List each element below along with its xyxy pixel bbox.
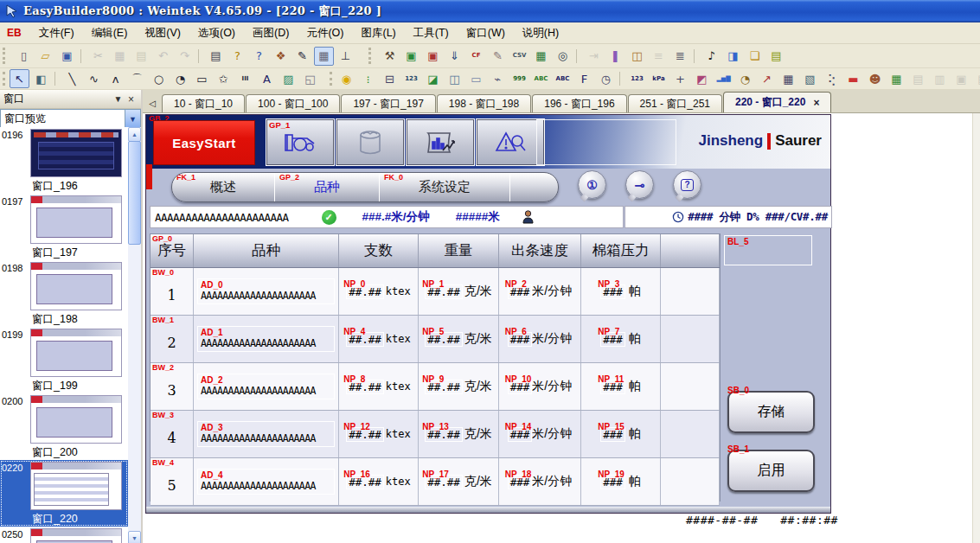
toolbar-icon[interactable]: A [257, 69, 277, 88]
toolbar-icon[interactable]: ▯ [14, 47, 34, 66]
toolbar-icon[interactable]: ≣ [670, 47, 690, 66]
page-tab-variety[interactable]: GP_2 品种 [275, 173, 380, 201]
cell-variety[interactable]: AD_1 AAAAAAAAAAAAAAAAAAAAA [194, 316, 339, 362]
table-row[interactable]: BW_2 3 AD_2 AAAAAAAAAAAAAAAAAAAAA [151, 363, 720, 411]
nav-machine-button[interactable]: GP_1 [266, 119, 334, 165]
window-thumbnail[interactable] [30, 462, 122, 510]
menu-item[interactable]: 窗口(W) [458, 24, 514, 42]
toolbar-icon[interactable]: ◱ [300, 69, 320, 88]
toolbar-icon[interactable]: ABC [553, 69, 573, 88]
scroll-up-icon[interactable]: ▲ [128, 127, 141, 142]
toolbar-icon[interactable]: ○ [149, 69, 169, 88]
scroll-down-icon[interactable]: ▼ [128, 531, 141, 543]
toolbar-icon[interactable] [694, 49, 698, 63]
toolbar-icon[interactable]: ABC [531, 69, 551, 88]
toolbar-icon[interactable]: ❖ [271, 47, 291, 66]
cell-variety[interactable]: AD_2 AAAAAAAAAAAAAAAAAAAAA [194, 363, 339, 410]
toolbar-icon[interactable]: ▦ [531, 47, 551, 66]
cell-pressure[interactable]: NP_3### 帕 [581, 268, 661, 315]
toolbar-icon[interactable]: ◔ [170, 69, 190, 88]
toolbar-grip[interactable] [330, 72, 332, 86]
cell-speed[interactable]: NP_2### 米/分钟 [499, 268, 581, 315]
cell-count[interactable]: NP_16##.## ktex [339, 458, 419, 505]
toolbar-icon[interactable]: ☻ [865, 69, 885, 88]
window-preview-item[interactable]: 0200 窗口_200 [0, 393, 128, 460]
toolbar-grip[interactable] [368, 48, 375, 64]
table-row[interactable]: BW_4 5 AD_4 AAAAAAAAAAAAAAAAAAAAA [151, 458, 720, 506]
toolbar-icon[interactable]: ↖ [10, 69, 29, 88]
cell-speed[interactable]: NP_18### 米/分钟 [499, 458, 581, 505]
toolbar-icon[interactable]: ∿ [84, 69, 104, 88]
toolbar-icon[interactable]: ⇥ [584, 47, 604, 66]
design-canvas[interactable]: GB_2 EasyStart GP_1 [143, 113, 980, 543]
cell-speed[interactable]: NP_14### 米/分钟 [499, 411, 581, 457]
toolbar-icon[interactable]: ▭ [192, 69, 212, 88]
toolbar-icon[interactable]: F [574, 69, 594, 88]
toolbar-icon[interactable]: ▤ [973, 69, 980, 88]
menu-item[interactable]: 元件(O) [298, 24, 352, 42]
menu-item[interactable]: 选项(O) [189, 24, 244, 42]
window-preview-item[interactable]: 0220 窗口_220 [0, 460, 128, 527]
toolbar-icon[interactable]: ▭ [466, 69, 486, 88]
toolbar-icon[interactable] [619, 72, 624, 86]
help-button[interactable]: ? [673, 170, 701, 199]
toolbar-icon[interactable]: ▤ [131, 47, 151, 66]
window-tab[interactable]: 198 - 窗口_198 × [437, 94, 531, 112]
window-tab[interactable]: 220 - 窗口_220 × [723, 92, 831, 112]
toolbar-icon[interactable]: ✎ [292, 47, 312, 66]
cell-speed[interactable]: NP_10### 米/分钟 [499, 363, 581, 410]
toolbar-icon[interactable]: 123 [627, 69, 647, 88]
table-row[interactable]: BW_3 4 AD_3 AAAAAAAAAAAAAAAAAAAAA [151, 411, 720, 458]
window-tab[interactable]: 10 - 窗口_10 × [162, 94, 245, 112]
menu-item[interactable]: 视图(V) [136, 24, 189, 42]
toolbar-icon[interactable]: ≡ [649, 47, 669, 66]
toolbar-icon[interactable]: ▦ [887, 69, 906, 88]
window-preview-item[interactable]: 0250 [0, 527, 128, 543]
menu-item[interactable]: 文件(F) [30, 24, 83, 42]
cell-pressure[interactable]: NP_15### 帕 [581, 411, 661, 457]
window-tab[interactable]: 196 - 窗口_196 × [532, 94, 626, 112]
save-button[interactable]: 存储 [727, 391, 815, 433]
toolbar-icon[interactable]: ◎ [553, 47, 573, 66]
toolbar-icon[interactable]: ⌒ [127, 69, 147, 88]
toolbar-icon[interactable]: ◷ [596, 69, 616, 88]
toolbar-icon[interactable]: III [235, 69, 255, 88]
window-preview-item[interactable]: 0199 窗口_199 [0, 327, 128, 393]
menu-item[interactable]: 工具(T) [405, 24, 458, 42]
toolbar-icon[interactable]: CSV [509, 47, 529, 66]
cell-speed[interactable]: NP_6### 米/分钟 [499, 316, 581, 362]
toolbar-icon[interactable]: ↷ [175, 47, 195, 66]
toolbar-icon[interactable]: ? [249, 47, 269, 66]
window-thumbnail[interactable] [30, 262, 122, 310]
nav-can-button[interactable] [336, 119, 404, 165]
toolbar-icon[interactable]: ♪ [701, 47, 721, 66]
cell-variety[interactable]: AD_4 AAAAAAAAAAAAAAAAAAAAA [194, 458, 339, 505]
toolbar-icon[interactable]: ▧ [800, 69, 820, 88]
toolbar-icon[interactable]: CF [466, 47, 486, 66]
page-tab-system[interactable]: FK_0 系统设定 [380, 173, 510, 201]
table-row[interactable]: BW_1 2 AD_1 AAAAAAAAAAAAAAAAAAAAA [151, 316, 720, 363]
table-row[interactable]: BW_0 1 AD_0 AAAAAAAAAAAAAAAAAAAAA [151, 268, 720, 316]
window-thumbnail[interactable] [30, 129, 122, 177]
toolbar-icon[interactable]: ▦ [110, 47, 130, 66]
toolbar-icon[interactable]: kPa [649, 69, 669, 88]
cell-weight[interactable]: NP_17##.## 克/米 [419, 458, 499, 505]
window-thumbnail[interactable] [30, 395, 122, 444]
window-thumbnail[interactable] [30, 528, 122, 543]
toolbar-icon[interactable]: ✩ [214, 69, 234, 88]
toolbar-icon[interactable] [576, 49, 580, 63]
window-tab[interactable]: 100 - 窗口_100 × [246, 94, 340, 112]
toolbar-icon[interactable]: ▣ [423, 47, 443, 66]
hmi-screen-220[interactable]: GB_2 EasyStart GP_1 [145, 114, 831, 514]
toolbar-icon[interactable]: + [670, 69, 690, 88]
toolbar-grip[interactable] [3, 48, 10, 64]
toolbar-icon[interactable]: ▣ [401, 47, 421, 66]
menu-item[interactable]: 图库(L) [352, 24, 404, 42]
toolbar-icon[interactable]: ✂ [88, 47, 108, 66]
window-preview-item[interactable]: 0196 窗口_196 [0, 127, 128, 194]
toolbar-icon[interactable]: ⚒ [380, 47, 400, 66]
window-thumbnail[interactable] [30, 195, 122, 244]
toolbar-icon[interactable]: ⊟ [380, 69, 400, 88]
cell-pressure[interactable]: NP_11### 帕 [581, 363, 661, 410]
cell-weight[interactable]: NP_9##.## 克/米 [419, 363, 499, 410]
